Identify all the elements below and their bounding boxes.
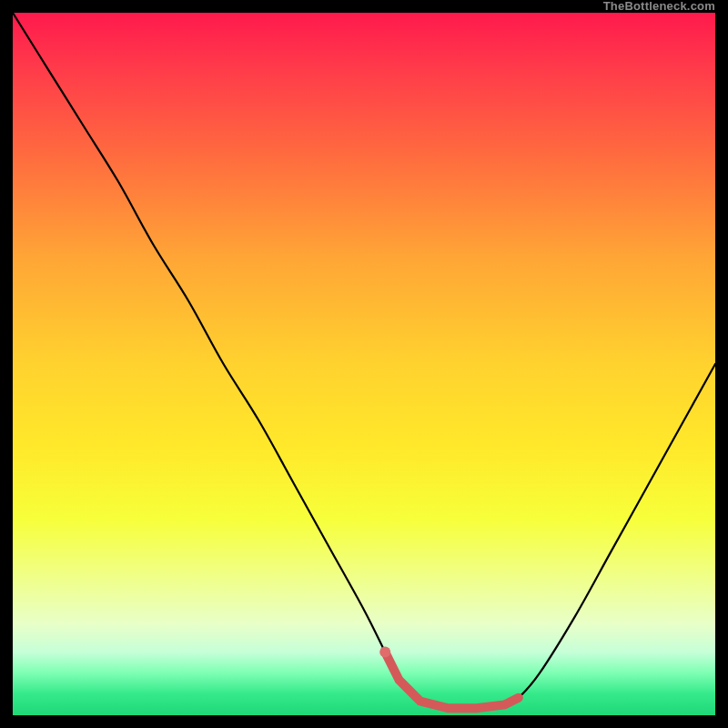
chart-frame: TheBottleneck.com: [13, 13, 715, 715]
chart-gradient-bg: [13, 13, 715, 715]
watermark-text: TheBottleneck.com: [603, 0, 715, 13]
